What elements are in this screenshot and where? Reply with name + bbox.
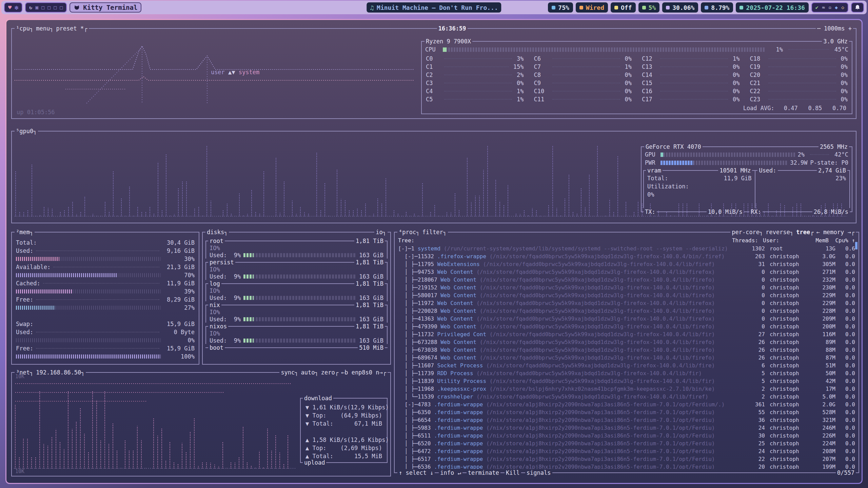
- process-threads: 0: [736, 269, 765, 275]
- cpu-total-row: CPU 1% 45°C: [422, 45, 852, 54]
- process-row[interactable]: [-]─4783 .ferdium-wrappe (/nix/store/a1p…: [398, 401, 855, 408]
- process-row[interactable]: │ ├─6536 .ferdium-wrappe (/nix/store/a1p…: [398, 463, 855, 469]
- terminate-action[interactable]: terminate: [467, 469, 500, 476]
- threads-column-header[interactable]: Threads:: [729, 237, 758, 244]
- process-row[interactable]: │ ├─6511 .ferdium-wrappe (/nix/store/a1p…: [398, 432, 855, 440]
- process-row[interactable]: │ ├─11739 RDD Process (/nix/store/fqadd0…: [398, 369, 855, 377]
- process-mem: 42M: [809, 378, 835, 384]
- disk-used-value: 163 GiB: [359, 337, 383, 344]
- mem-stat-value: 0 Byte: [162, 329, 195, 336]
- load-average-label: Load AVG:: [743, 105, 774, 111]
- process-row[interactable]: │ ├─11968 .keepassxc-prox (/nix/store/bs…: [398, 385, 855, 393]
- process-row[interactable]: [-]─11532 .firefox-wrappe (/nix/store/fq…: [398, 252, 855, 260]
- clock-badge[interactable]: 2025-07-22 16:36: [736, 2, 808, 13]
- process-row[interactable]: │ ├─94753 Web Content (/nix/store/fqadd0…: [398, 268, 855, 276]
- net-auto-toggle[interactable]: auto┐: [300, 369, 320, 376]
- process-scrollbar-thumb[interactable]: [855, 242, 857, 249]
- gpu-frequency-label: 2565 MHz: [818, 143, 849, 150]
- nix-icon[interactable]: ❄: [15, 4, 18, 11]
- disk-usage-badge[interactable]: 8.79%: [701, 2, 733, 13]
- terminal-window: ¹cpu┐ menu┐ preset *┌ 16:36:59 ─ 1000ms …: [5, 19, 863, 484]
- cpu-usage-badge[interactable]: 5%: [638, 2, 660, 13]
- process-row[interactable]: │ ├─479390 Web Content (/nix/store/fqadd…: [398, 323, 855, 330]
- process-row[interactable]: │ └─11539 crashhelper (/nix/store/fqadd0…: [398, 393, 855, 401]
- process-row[interactable]: [-]─1 systemd (/run/current-system/syste…: [398, 245, 855, 252]
- recorder-badge[interactable]: Off: [611, 2, 636, 13]
- workspace-button-4[interactable]: □: [47, 4, 51, 11]
- disk-used-label: Used: 9%: [210, 273, 241, 280]
- process-row[interactable]: │ ├─11839 Utility Process (/nix/store/fq…: [398, 377, 855, 385]
- workspace-button-3[interactable]: □: [41, 4, 44, 11]
- tray-icon-4[interactable]: ◆: [835, 4, 838, 11]
- net-interface-selector[interactable]: ←b enp8s0 n→┌: [340, 369, 388, 376]
- core-value: 1%: [625, 63, 632, 70]
- process-row[interactable]: │ ├─6517 .ferdium-wrappe (/nix/store/a1p…: [398, 455, 855, 463]
- process-row[interactable]: │ ├─673038 Web Content (/nix/store/fqadd…: [398, 346, 855, 354]
- disk-io-toggle[interactable]: io┐: [374, 229, 388, 236]
- launcher-box[interactable]: ♥ ❄: [4, 2, 22, 13]
- process-mem: 51M: [809, 362, 835, 369]
- workspace-button-1[interactable]: ↻: [29, 4, 32, 11]
- process-name: .ferdium-wrappe: [434, 456, 483, 462]
- process-row[interactable]: │ ├─220028 Web Content (/nix/store/fqadd…: [398, 307, 855, 315]
- notification-bell-button[interactable]: [851, 2, 864, 13]
- process-row[interactable]: │ ├─11732 Privileged Cont (/nix/store/fq…: [398, 330, 855, 338]
- heart-icon[interactable]: ♥: [8, 4, 12, 11]
- info-action[interactable]: info ↵: [439, 469, 462, 476]
- cpu-column-header[interactable]: Cpu%: [829, 237, 848, 244]
- process-row[interactable]: │ ├─218067 Web Content (/nix/store/fqadd…: [398, 276, 855, 284]
- tray-icon-1[interactable]: ✔: [815, 4, 818, 11]
- process-tree-prefix: │ ├─11795: [398, 261, 437, 267]
- process-path: (/run/current-system/systemd/lib/systemd…: [440, 245, 728, 252]
- process-row[interactable]: │ ├─673288 Web Content (/nix/store/fqadd…: [398, 338, 855, 346]
- select-action[interactable]: ↑ select ↓: [397, 469, 435, 476]
- preset-button[interactable]: preset *┌: [55, 25, 88, 32]
- process-user: christoph: [765, 370, 809, 377]
- menu-button[interactable]: menu┐: [35, 25, 55, 32]
- volume-badge[interactable]: 75%: [548, 2, 573, 13]
- tree-toggle[interactable]: tree┌: [795, 229, 815, 236]
- process-row[interactable]: │ ├─41363 Web Content (/nix/store/fqadd0…: [398, 315, 855, 323]
- process-row[interactable]: │ ├─11607 Socket Process (/nix/store/fqa…: [398, 362, 855, 369]
- core-label: C2: [426, 72, 439, 78]
- tree-column-header[interactable]: Tree:: [398, 237, 729, 244]
- process-row[interactable]: │ ├─6350 .ferdium-wrappe (/nix/store/a1p…: [398, 408, 855, 416]
- process-row[interactable]: │ ├─11795 WebExtensions (/nix/store/fqad…: [398, 260, 855, 268]
- sort-column-selector[interactable]: ← memory →┌: [815, 229, 856, 236]
- kill-action[interactable]: Kill: [505, 469, 521, 476]
- per-core-toggle[interactable]: per-core┐: [730, 229, 764, 236]
- net-zero-toggle[interactable]: zero┌: [320, 369, 340, 376]
- workspace-button-2[interactable]: ▣: [35, 4, 38, 11]
- net-sync-toggle[interactable]: sync┐: [279, 369, 299, 376]
- music-widget[interactable]: ♫ Minuit Machine – Don't Run Fro...: [367, 2, 501, 13]
- process-row[interactable]: │ ├─6472 .ferdium-wrappe (/nix/store/a1p…: [398, 447, 855, 455]
- mem-bar-row: 70%: [16, 271, 195, 279]
- process-filter-button[interactable]: filter┐: [421, 229, 448, 236]
- process-row[interactable]: │ ├─11972 Web Content (/nix/store/fqadd0…: [398, 299, 855, 307]
- process-row[interactable]: │ ├─689674 Web Content (/nix/store/fqadd…: [398, 354, 855, 362]
- process-row[interactable]: │ ├─219152 Web Content (/nix/store/fqadd…: [398, 284, 855, 291]
- process-row[interactable]: │ ├─5983 .ferdium-wrappe (/nix/store/a1p…: [398, 424, 855, 432]
- refresh-rate-control[interactable]: ─ 1000ms +: [816, 25, 853, 32]
- workspace-button-5[interactable]: □: [54, 4, 57, 11]
- core-label: C18: [750, 55, 764, 62]
- terminal-window-button[interactable]: Kitty Terminal: [70, 2, 141, 13]
- tray-icon-2[interactable]: ≈: [822, 4, 825, 11]
- core-label: C16: [642, 88, 655, 95]
- process-row[interactable]: │ ├─580017 Web Content (/nix/store/fqadd…: [398, 291, 855, 299]
- network-badge[interactable]: Wired: [576, 2, 608, 13]
- workspace-button-6[interactable]: □: [60, 4, 63, 11]
- process-threads: 36: [736, 417, 765, 423]
- reverse-toggle[interactable]: reverse┐: [764, 229, 795, 236]
- mem-column-header[interactable]: MemB: [802, 237, 829, 244]
- tray-icon-3[interactable]: ▫: [828, 4, 831, 11]
- network-label: Wired: [586, 4, 604, 11]
- core-value: 0%: [841, 96, 848, 103]
- signals-action[interactable]: signals: [525, 469, 552, 476]
- memory-usage-badge[interactable]: 30.06%: [662, 2, 698, 13]
- process-row[interactable]: │ ├─6654 .ferdium-wrappe (/nix/store/a1p…: [398, 416, 855, 424]
- disk-size-label: 510 MiB: [358, 344, 385, 351]
- tray-icon-5[interactable]: ◇: [841, 4, 844, 11]
- user-column-header[interactable]: User:: [758, 237, 802, 244]
- process-row[interactable]: │ ├─6520 .ferdium-wrappe (/nix/store/a1p…: [398, 440, 855, 447]
